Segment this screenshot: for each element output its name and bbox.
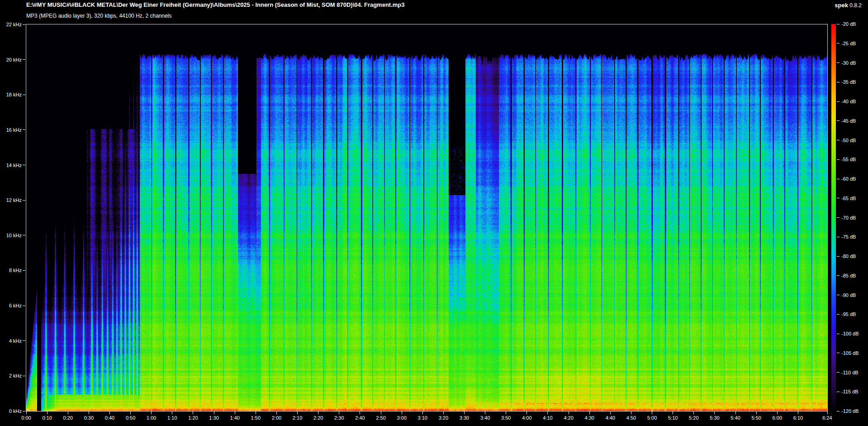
time-tick (714, 412, 715, 414)
freq-tick-label: 6 kHz (1, 303, 22, 308)
time-tick (443, 412, 444, 414)
spectrogram-plot-area (26, 24, 828, 412)
legend-tick-label: -65 dB (841, 196, 856, 201)
app-name: spek (835, 2, 848, 9)
time-tick (276, 412, 277, 414)
time-tick-label: 2:40 (355, 415, 365, 421)
time-tick-label: 0:30 (84, 415, 94, 421)
freq-tick (23, 235, 25, 235)
legend-tick-label: -100 dB (841, 331, 859, 336)
legend-tick-label: -105 dB (841, 350, 859, 356)
freq-tick-label: 0 kHz (1, 408, 22, 414)
time-tick (693, 412, 694, 414)
time-tick-label: 1:50 (251, 415, 261, 421)
legend-tick-label: -30 dB (841, 60, 856, 66)
time-tick (422, 412, 423, 414)
time-tick (256, 412, 256, 414)
time-tick (506, 412, 506, 414)
time-tick-label: 3:20 (439, 415, 448, 421)
time-tick (172, 412, 172, 414)
freq-tick-label: 12 kHz (1, 197, 22, 203)
time-tick (673, 412, 673, 414)
legend-tick-label: -25 dB (841, 41, 856, 46)
freq-tick (23, 340, 25, 341)
freq-tick (23, 306, 25, 306)
legend-tick (837, 120, 840, 121)
freq-tick-label: 2 kHz (1, 373, 22, 378)
time-tick (756, 412, 757, 414)
time-tick (68, 412, 68, 414)
legend-tick (837, 237, 840, 237)
time-tick (214, 412, 214, 414)
time-tick (798, 412, 798, 414)
time-tick-label: 1:30 (209, 415, 218, 421)
time-tick (777, 412, 778, 414)
time-tick (193, 412, 193, 414)
time-tick-label: 1:10 (167, 415, 177, 421)
time-tick-label: 4:20 (564, 415, 573, 421)
app-version: 0.8.2 (849, 2, 862, 9)
time-tick (151, 412, 152, 414)
freq-tick-label: 4 kHz (1, 338, 22, 344)
legend-tick (837, 392, 840, 392)
legend-tick (837, 217, 840, 218)
freq-tick (23, 376, 25, 376)
legend-tick-label: -35 dB (841, 79, 856, 85)
time-tick-label: 3:30 (460, 415, 469, 421)
legend-tick (837, 353, 840, 353)
freq-tick-label: 20 kHz (1, 57, 22, 62)
legend-tick-label: -110 dB (841, 370, 859, 375)
time-tick-label: 1:00 (147, 415, 156, 421)
time-tick-label: 3:00 (397, 415, 406, 421)
time-tick (297, 412, 298, 414)
time-tick-label: 0:00 (21, 415, 31, 421)
legend-tick (837, 62, 840, 63)
time-tick (89, 412, 89, 414)
freq-tick (23, 200, 25, 201)
time-tick (381, 412, 381, 414)
time-tick-label: 4:30 (585, 415, 594, 421)
legend-tick (837, 82, 840, 82)
legend-tick (837, 275, 840, 276)
time-tick-label: 5:10 (668, 415, 678, 421)
legend-tick (837, 256, 840, 257)
time-tick (47, 412, 47, 414)
freq-tick (23, 95, 25, 95)
time-tick (631, 412, 631, 414)
legend-tick-label: -85 dB (841, 273, 856, 278)
spek-window: E:\#MY MUSIC#\#BLACK METAL\Der Weg Einer… (0, 0, 868, 426)
legend-tick (837, 411, 840, 412)
time-tick (339, 412, 339, 414)
legend-tick (837, 24, 840, 24)
time-tick-label: 3:50 (501, 415, 511, 421)
time-tick (610, 412, 611, 414)
time-tick-label: 1:40 (230, 415, 239, 421)
time-tick-label: 6:00 (773, 415, 782, 421)
legend-tick (837, 179, 840, 179)
time-tick (109, 412, 110, 414)
legend-tick-label: -75 dB (841, 234, 856, 239)
time-tick (827, 412, 828, 414)
freq-tick (23, 24, 25, 25)
legend-tick-label: -95 dB (841, 311, 856, 317)
time-tick (26, 412, 27, 414)
freq-tick-label: 10 kHz (1, 233, 22, 238)
legend-tick-label: -60 dB (841, 176, 856, 182)
time-tick-label: 5:40 (730, 415, 740, 421)
time-tick-label: 5:00 (647, 415, 657, 421)
time-tick-label: 2:50 (376, 415, 385, 421)
time-tick-label: 6:10 (793, 415, 803, 421)
time-tick (485, 412, 485, 414)
time-tick (360, 412, 360, 414)
freq-tick (23, 165, 25, 165)
time-tick-label: 2:00 (272, 415, 281, 421)
time-tick-label: 0:40 (105, 415, 114, 421)
time-tick-label: 4:50 (626, 415, 636, 421)
legend-tick (837, 159, 840, 160)
legend-tick-label: -115 dB (841, 389, 859, 394)
legend-tick (837, 295, 840, 295)
freq-tick-label: 18 kHz (1, 92, 22, 97)
time-tick (464, 412, 465, 414)
time-tick-label: 5:20 (689, 415, 698, 421)
time-tick (130, 412, 131, 414)
